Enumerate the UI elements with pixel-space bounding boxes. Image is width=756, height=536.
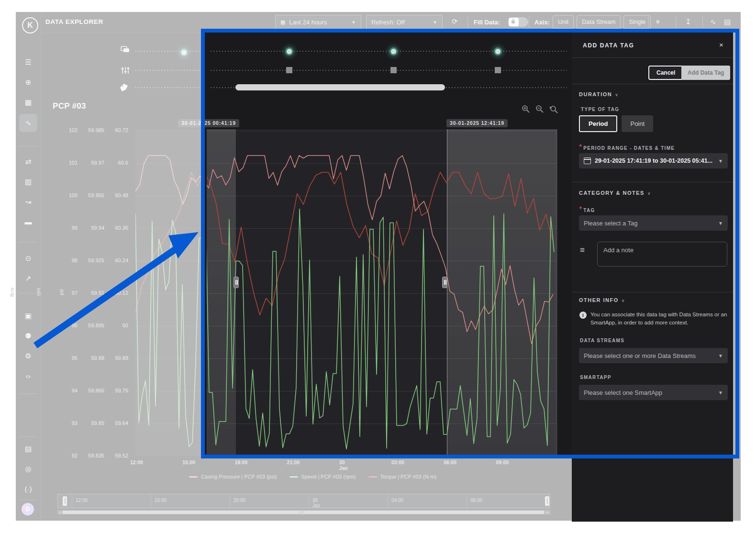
highlight-annotation-box	[201, 29, 739, 458]
y-axis-unit-label: N·m	[10, 288, 15, 297]
